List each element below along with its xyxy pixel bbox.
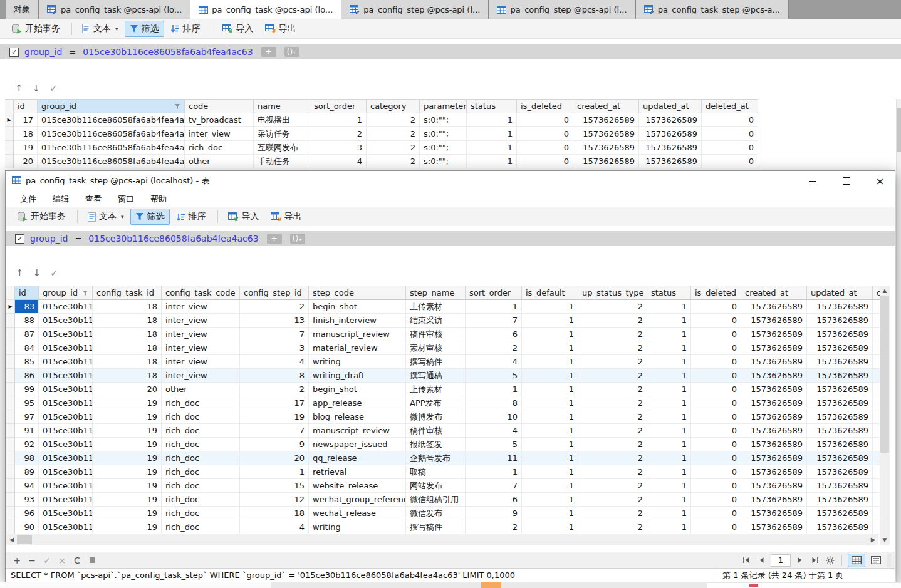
cell[interactable]: 1573626589 xyxy=(741,451,807,465)
cell[interactable]: 1573626589 xyxy=(807,507,873,520)
row-gutter[interactable] xyxy=(6,369,15,383)
cell[interactable]: 0 xyxy=(691,410,741,424)
cell[interactable]: 2 xyxy=(578,479,647,493)
cell[interactable]: 2 xyxy=(578,396,647,410)
taskbar-active-app-icon[interactable] xyxy=(481,582,501,588)
cell[interactable]: writing_draft xyxy=(309,369,406,383)
cell[interactable]: 19 xyxy=(93,493,162,507)
cell[interactable]: 微信组稿引用 xyxy=(406,493,466,507)
table-row-99[interactable]: 99015ce30b116c20other2begin_shot上传素材1121… xyxy=(6,383,881,396)
cell[interactable]: 1573626589 xyxy=(741,424,807,438)
table-row-20[interactable]: 20015ce30b116ce86058fa6ab4fea4ac63other手… xyxy=(5,155,758,168)
table-row-83[interactable]: ▶83015ce30b116c18inter_view2begin_shot上传… xyxy=(6,300,881,314)
column-header-is_default[interactable]: is_default xyxy=(522,286,578,300)
cell[interactable]: 1573626589 xyxy=(807,328,873,341)
cell[interactable]: 7 xyxy=(466,314,522,328)
table-row-93[interactable]: 93015ce30b116c19rich_doc12wechat_group_r… xyxy=(6,493,881,507)
cell[interactable]: 2 xyxy=(578,328,647,341)
cell[interactable]: 1573626589 xyxy=(741,438,807,451)
move-up-icon[interactable]: ↑ xyxy=(15,83,23,94)
cell[interactable]: 015ce30b116c xyxy=(39,438,93,451)
table-row-85[interactable]: 85015ce30b116c18inter_view4writing撰写稿件41… xyxy=(6,355,881,369)
cell[interactable]: manuscript_review xyxy=(309,424,406,438)
cell[interactable]: rich_doc xyxy=(162,396,240,410)
apply-changes-button[interactable]: ✓ xyxy=(39,555,55,565)
header-corner[interactable] xyxy=(5,99,14,113)
cell[interactable]: 2 xyxy=(367,113,420,127)
cell[interactable]: 94 xyxy=(15,479,39,493)
cell[interactable]: inter_view xyxy=(162,314,240,328)
cell[interactable]: 1 xyxy=(522,355,578,369)
cell[interactable]: 19 xyxy=(93,396,162,410)
add-group-button[interactable]: ()₊ xyxy=(290,234,305,244)
cell[interactable]: 015ce30b116ce86058fa6ab4fea4ac63 xyxy=(38,141,185,155)
cell[interactable]: 11 xyxy=(466,451,522,465)
row-gutter[interactable] xyxy=(6,520,15,534)
tab-3[interactable]: pa_config_step @pcs-api (l... xyxy=(341,0,489,19)
cell[interactable]: 2 xyxy=(367,155,420,168)
cell[interactable]: 0 xyxy=(691,369,741,383)
cell[interactable]: rich_doc xyxy=(162,410,240,424)
cell[interactable]: 5 xyxy=(466,438,522,451)
row-gutter[interactable] xyxy=(6,465,15,479)
cell[interactable]: 1573626589 xyxy=(741,396,807,410)
filter-checkbox[interactable]: ✓ xyxy=(15,234,24,244)
cell[interactable]: 20 xyxy=(93,383,162,396)
cell[interactable]: 1 xyxy=(310,113,367,127)
column-header-created_at[interactable]: created_at xyxy=(573,99,639,113)
begin-transaction-button[interactable]: 开始事务 xyxy=(6,21,65,37)
cell[interactable]: 1573626589 xyxy=(741,479,807,493)
cell[interactable]: 稿件审核 xyxy=(406,424,466,438)
cell[interactable]: 0 xyxy=(517,113,573,127)
move-down-icon[interactable]: ↓ xyxy=(33,267,41,279)
tab-1[interactable]: pa_config_task @pcs-api (lo... xyxy=(39,0,190,19)
row-gutter[interactable] xyxy=(6,451,15,465)
scroll-down-icon[interactable]: ▼ xyxy=(880,535,890,545)
cell[interactable]: 17 xyxy=(14,113,38,127)
column-header-parameter[interactable]: parameter xyxy=(420,99,467,113)
cell[interactable]: 93 xyxy=(15,493,39,507)
cell[interactable]: 1573626589 xyxy=(807,424,873,438)
cell[interactable]: 企鹅号发布 xyxy=(406,451,466,465)
filter-checkbox[interactable]: ✓ xyxy=(9,48,19,57)
discard-changes-button[interactable]: × xyxy=(55,555,70,565)
cell[interactable]: 1 xyxy=(647,369,691,383)
cell[interactable]: rich_doc xyxy=(162,520,240,534)
cell[interactable]: rich_doc xyxy=(162,424,240,438)
cell[interactable]: 19 xyxy=(93,465,162,479)
cell[interactable]: 1573626589 xyxy=(573,127,639,141)
cell[interactable]: 1 xyxy=(240,465,309,479)
cell[interactable]: 2 xyxy=(578,383,647,396)
add-record-button[interactable]: + xyxy=(9,555,24,565)
cell[interactable]: 1573626589 xyxy=(639,127,702,141)
cell[interactable]: 上传素材 xyxy=(406,383,466,396)
cell[interactable]: finish_interview xyxy=(309,314,406,328)
cell[interactable]: 20 xyxy=(240,451,309,465)
first-page-button[interactable] xyxy=(739,557,754,564)
cell[interactable]: 2 xyxy=(466,520,522,534)
cell[interactable]: 19 xyxy=(93,451,162,465)
cell[interactable]: 微博发布 xyxy=(406,410,466,424)
page-number-input[interactable]: 1 xyxy=(771,554,791,567)
horizontal-scrollbar[interactable]: ◀ ▶ xyxy=(6,534,878,545)
column-header-status[interactable]: status xyxy=(467,99,517,113)
column-header-config_task_code[interactable]: config_task_code xyxy=(162,286,240,300)
cell[interactable]: 0 xyxy=(517,155,573,168)
cell[interactable]: 1573626589 xyxy=(741,341,807,355)
cell[interactable]: s:0:""; xyxy=(420,127,467,141)
cell[interactable]: 1573626589 xyxy=(807,410,873,424)
column-header-code[interactable]: code xyxy=(185,99,254,113)
cell[interactable]: 1573626589 xyxy=(807,396,873,410)
cell[interactable]: 015ce30b116c xyxy=(39,396,93,410)
row-gutter[interactable] xyxy=(6,493,15,507)
cell[interactable]: 2 xyxy=(578,424,647,438)
cell[interactable]: 1 xyxy=(466,383,522,396)
scrollbar-thumb[interactable] xyxy=(17,535,32,544)
scroll-right-icon[interactable]: ▶ xyxy=(868,534,878,545)
table-row-95[interactable]: 95015ce30b116c19rich_doc17app_releaseAPP… xyxy=(6,396,881,410)
cell[interactable]: 1573626589 xyxy=(573,113,639,127)
tab-0[interactable]: 对象 xyxy=(6,0,39,19)
filter-operator[interactable]: = xyxy=(68,48,77,57)
cell[interactable]: 89 xyxy=(15,465,39,479)
prev-page-button[interactable] xyxy=(754,557,769,564)
